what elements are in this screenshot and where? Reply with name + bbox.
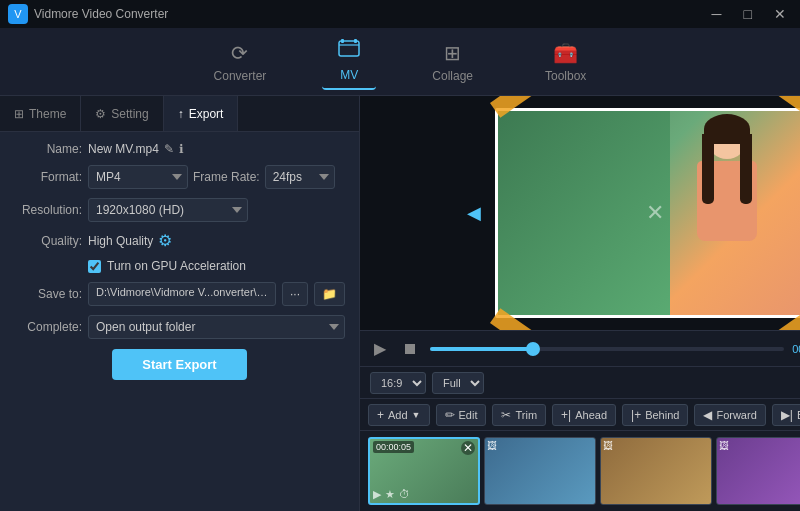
titlebar-left: V Vidmore Video Converter bbox=[8, 4, 168, 24]
edit-name-icon[interactable]: ✎ bbox=[164, 142, 174, 156]
quality-gear-icon[interactable]: ⚙ bbox=[158, 231, 172, 250]
left-panel: ⊞ Theme ⚙ Setting ↑ Export Name: New MV.… bbox=[0, 96, 360, 511]
browse-button[interactable]: ··· bbox=[282, 282, 308, 306]
clip-4-type-icon: 🖼 bbox=[719, 440, 729, 451]
quality-value: High Quality ⚙ bbox=[88, 231, 345, 250]
name-row: Name: New MV.mp4 ✎ ℹ bbox=[14, 142, 345, 156]
ahead-button[interactable]: +| Ahead bbox=[552, 404, 616, 426]
preview-container: ◀ ✕ bbox=[495, 108, 800, 318]
progress-thumb bbox=[526, 342, 540, 356]
quality-label: Quality: bbox=[14, 234, 82, 248]
aspect-ratio-select[interactable]: 16:9 bbox=[370, 372, 426, 394]
resolution-select[interactable]: 1920x1080 (HD) bbox=[88, 198, 248, 222]
preview-image: ✕ bbox=[498, 111, 800, 315]
behind-button[interactable]: |+ Behind bbox=[622, 404, 688, 426]
maximize-button[interactable]: □ bbox=[738, 6, 758, 22]
collage-icon: ⊞ bbox=[444, 41, 461, 65]
close-button[interactable]: ✕ bbox=[768, 6, 792, 22]
framerate-select[interactable]: 24fps bbox=[265, 165, 335, 189]
main-content: ⊞ Theme ⚙ Setting ↑ Export Name: New MV.… bbox=[0, 96, 800, 511]
ahead-label: Ahead bbox=[575, 409, 607, 421]
stop-button[interactable]: ⏹ bbox=[398, 338, 422, 360]
export-form: Name: New MV.mp4 ✎ ℹ Format: MP4 Frame R… bbox=[0, 132, 359, 511]
resolution-row: Resolution: 1920x1080 (HD) bbox=[14, 198, 345, 222]
forward-label: Forward bbox=[716, 409, 756, 421]
complete-label: Complete: bbox=[14, 320, 82, 334]
save-row: Save to: D:\Vidmore\Vidmore V...onverter… bbox=[14, 282, 345, 306]
export-tab-icon: ↑ bbox=[178, 107, 184, 121]
format-value: MP4 Frame Rate: 24fps bbox=[88, 165, 345, 189]
clip-1-close[interactable]: ✕ bbox=[461, 441, 475, 455]
timeline-clips: 00:00:05 ✕ ▶ ★ ⏱ 🖼 🖼 bbox=[360, 431, 800, 511]
svg-rect-2 bbox=[354, 39, 357, 43]
save-path: D:\Vidmore\Vidmore V...onverter\MV Expor… bbox=[88, 282, 276, 306]
clip-4[interactable]: 🖼 bbox=[716, 437, 800, 505]
forward-icon: ◀ bbox=[703, 408, 712, 422]
clip-1-clock-icon[interactable]: ⏱ bbox=[399, 488, 410, 501]
setting-tab-label: Setting bbox=[111, 107, 148, 121]
trim-icon: ✂ bbox=[501, 408, 511, 422]
info-icon[interactable]: ℹ bbox=[179, 142, 184, 156]
forward-button[interactable]: ◀ Forward bbox=[694, 404, 765, 426]
framerate-label: Frame Rate: bbox=[193, 170, 260, 184]
add-button[interactable]: + Add ▼ bbox=[368, 404, 430, 426]
nav-toolbox[interactable]: 🧰 Toolbox bbox=[529, 35, 602, 89]
clip-3[interactable]: 🖼 bbox=[600, 437, 712, 505]
theme-tab-label: Theme bbox=[29, 107, 66, 121]
preview-frame: ✕ bbox=[495, 108, 800, 318]
edit-icon: ✏ bbox=[445, 408, 455, 422]
mv-icon bbox=[338, 39, 360, 64]
format-label: Format: bbox=[14, 170, 82, 184]
nav-mv[interactable]: MV bbox=[322, 33, 376, 90]
complete-select[interactable]: Open output folder bbox=[88, 315, 345, 339]
trim-label: Trim bbox=[515, 409, 537, 421]
edit-button[interactable]: ✏ Edit bbox=[436, 404, 487, 426]
format-select[interactable]: MP4 bbox=[88, 165, 188, 189]
quality-text: High Quality bbox=[88, 234, 153, 248]
behind-label: Behind bbox=[645, 409, 679, 421]
nav-collage[interactable]: ⊞ Collage bbox=[416, 35, 489, 89]
backward-button[interactable]: ▶| Backward bbox=[772, 404, 800, 426]
clip-2-type-icon: 🖼 bbox=[487, 440, 497, 451]
play-button[interactable]: ▶ bbox=[370, 337, 390, 360]
secondary-controls: 16:9 Full Start Export bbox=[360, 366, 800, 398]
clip-1-overlay: 00:00:05 ✕ bbox=[370, 439, 478, 457]
tab-setting[interactable]: ⚙ Setting bbox=[81, 96, 163, 131]
timeline-toolbar: + Add ▼ ✏ Edit ✂ Trim +| Ahead |+ bbox=[360, 399, 800, 431]
clip-1-controls: ▶ ★ ⏱ bbox=[373, 488, 410, 501]
gpu-checkbox[interactable] bbox=[88, 260, 101, 273]
behind-icon: |+ bbox=[631, 408, 641, 422]
fit-mode-select[interactable]: Full bbox=[432, 372, 484, 394]
nav-mv-label: MV bbox=[340, 68, 358, 82]
minimize-button[interactable]: ─ bbox=[706, 6, 728, 22]
theme-tab-icon: ⊞ bbox=[14, 107, 24, 121]
clip-1-play-icon[interactable]: ▶ bbox=[373, 488, 381, 501]
resolution-label: Resolution: bbox=[14, 203, 82, 217]
name-text: New MV.mp4 bbox=[88, 142, 159, 156]
nav-converter[interactable]: ⟳ Converter bbox=[198, 35, 283, 89]
clip-2[interactable]: 🖼 bbox=[484, 437, 596, 505]
tab-export[interactable]: ↑ Export bbox=[164, 96, 239, 131]
close-preview-icon[interactable]: ✕ bbox=[646, 200, 664, 226]
trim-button[interactable]: ✂ Trim bbox=[492, 404, 546, 426]
nav-toolbox-label: Toolbox bbox=[545, 69, 586, 83]
ratio-group: 16:9 Full bbox=[370, 372, 484, 394]
tab-theme[interactable]: ⊞ Theme bbox=[0, 96, 81, 131]
preview-area: ◀ ✕ bbox=[360, 96, 800, 330]
right-panel: ◀ ✕ bbox=[360, 96, 800, 511]
progress-fill bbox=[430, 347, 533, 351]
quality-row: Quality: High Quality ⚙ bbox=[14, 231, 345, 250]
format-row: Format: MP4 Frame Rate: 24fps bbox=[14, 165, 345, 189]
start-export-button[interactable]: Start Export bbox=[112, 349, 246, 380]
clip-1[interactable]: 00:00:05 ✕ ▶ ★ ⏱ bbox=[368, 437, 480, 505]
nav-collage-label: Collage bbox=[432, 69, 473, 83]
prev-arrow[interactable]: ◀ bbox=[467, 202, 481, 224]
svg-rect-1 bbox=[341, 39, 344, 43]
backward-icon: ▶| bbox=[781, 408, 793, 422]
open-folder-button[interactable]: 📁 bbox=[314, 282, 345, 306]
app-icon: V bbox=[8, 4, 28, 24]
time-display: 00:00:03.23/00:00:20.00 bbox=[792, 343, 800, 355]
progress-bar[interactable] bbox=[430, 347, 784, 351]
clip-1-star-icon[interactable]: ★ bbox=[385, 488, 395, 501]
panel-tabs: ⊞ Theme ⚙ Setting ↑ Export bbox=[0, 96, 359, 132]
